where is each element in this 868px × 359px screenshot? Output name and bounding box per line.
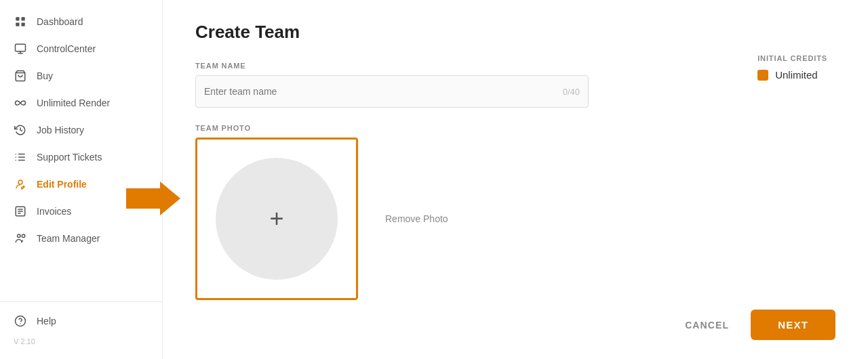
svg-rect-4	[16, 44, 26, 51]
sidebar-item-dashboard[interactable]: Dashboard	[0, 8, 162, 35]
svg-rect-2	[16, 23, 19, 26]
svg-marker-21	[126, 182, 180, 215]
svg-rect-0	[16, 17, 19, 20]
sidebar-item-team-manager[interactable]: Team Manager	[0, 225, 162, 252]
svg-point-17	[18, 234, 21, 238]
sidebar-item-invoices-label: Invoices	[37, 206, 71, 217]
dashboard-icon	[14, 15, 27, 28]
history-icon	[14, 123, 27, 137]
plus-icon: +	[269, 207, 283, 231]
help-icon	[14, 314, 27, 328]
main-content: Create Team TEAM NAME 0/40 TEAM PHOTO + …	[163, 0, 868, 359]
team-icon	[14, 232, 27, 245]
version-text: V 2.10	[0, 335, 162, 351]
credits-label: INITIAL CREDITS	[757, 54, 827, 62]
cart-icon	[14, 69, 27, 83]
sidebar-item-controlcenter[interactable]: ControlCenter	[0, 35, 162, 62]
photo-upload-box[interactable]: +	[195, 138, 358, 300]
photo-row: + Remove Photo	[195, 138, 835, 300]
edit-profile-icon	[14, 177, 27, 191]
sidebar-item-help-label: Help	[37, 316, 56, 326]
page-title: Create Team	[195, 22, 835, 43]
invoices-icon	[14, 205, 27, 218]
team-name-label: TEAM NAME	[195, 62, 835, 70]
sidebar-item-buy[interactable]: Buy	[0, 62, 162, 89]
svg-rect-3	[22, 23, 25, 26]
char-count: 0/40	[563, 87, 580, 97]
sidebar: Dashboard ControlCenter Buy Unlimited Re…	[0, 0, 163, 359]
credits-section: INITIAL CREDITS Unlimited	[757, 54, 827, 81]
sidebar-item-unlimited-render-label: Unlimited Render	[37, 98, 110, 108]
cancel-button[interactable]: CANCEL	[685, 320, 729, 331]
sidebar-item-controlcenter-label: ControlCenter	[37, 43, 96, 54]
credits-dot	[757, 70, 768, 81]
remove-photo-button[interactable]: Remove Photo	[385, 213, 448, 224]
photo-circle: +	[216, 158, 338, 280]
credits-option: Unlimited	[757, 69, 827, 81]
sidebar-item-team-manager-label: Team Manager	[37, 233, 100, 244]
arrow-indicator	[126, 182, 180, 215]
sidebar-item-dashboard-label: Dashboard	[37, 16, 83, 27]
team-name-input[interactable]	[204, 86, 563, 97]
monitor-icon	[14, 42, 27, 56]
next-button[interactable]: NEXT	[751, 310, 835, 340]
sidebar-item-unlimited-render[interactable]: Unlimited Render	[0, 89, 162, 117]
sidebar-item-help[interactable]: Help	[0, 308, 162, 335]
team-name-section: TEAM NAME 0/40	[195, 62, 835, 108]
team-photo-label: TEAM PHOTO	[195, 124, 835, 132]
sidebar-item-support-tickets[interactable]: Support Tickets	[0, 144, 162, 171]
svg-point-12	[18, 180, 22, 184]
unlimited-icon	[14, 96, 27, 110]
svg-point-18	[22, 234, 25, 238]
team-name-input-wrapper: 0/40	[195, 75, 589, 108]
sidebar-item-job-history[interactable]: Job History	[0, 117, 162, 144]
svg-rect-1	[22, 17, 25, 20]
sidebar-item-buy-label: Buy	[37, 70, 53, 81]
sidebar-item-job-history-label: Job History	[37, 125, 84, 135]
sidebar-item-edit-profile-label: Edit Profile	[37, 179, 87, 190]
credits-value: Unlimited	[775, 69, 818, 81]
footer-buttons: CANCEL NEXT	[685, 310, 835, 340]
team-photo-section: TEAM PHOTO + Remove Photo	[195, 124, 835, 300]
sidebar-item-support-tickets-label: Support Tickets	[37, 152, 102, 163]
tickets-icon	[14, 150, 27, 164]
